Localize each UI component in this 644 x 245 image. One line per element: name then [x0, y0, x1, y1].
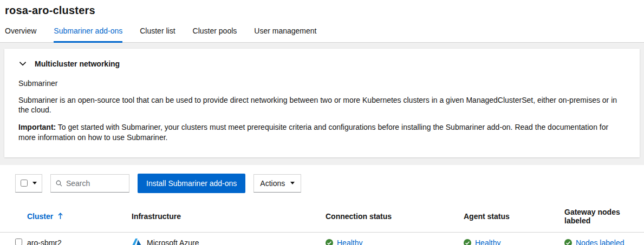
actions-label: Actions [260, 179, 285, 188]
tab-bar: Overview Submariner add-ons Cluster list… [0, 21, 644, 43]
column-header-gateway-nodes-labeled: Gateway nodes labeled [564, 201, 644, 233]
agent-status-link[interactable]: Healthy [475, 239, 500, 245]
gateway-nodes-cell: Nodes labeled [564, 239, 640, 245]
important-note: Important: To get started with Submarine… [18, 122, 626, 142]
clusters-table: Cluster Infrastructure Connection status… [0, 201, 644, 245]
tab-overview[interactable]: Overview [0, 21, 45, 42]
gateway-nodes-link[interactable]: Nodes labeled [576, 239, 625, 245]
chevron-down-icon[interactable] [18, 61, 27, 67]
tab-submariner-add-ons[interactable]: Submariner add-ons [45, 21, 131, 42]
actions-dropdown[interactable]: Actions [253, 174, 301, 193]
check-circle-icon [326, 239, 333, 245]
caret-down-icon [290, 182, 295, 184]
check-circle-icon [564, 239, 572, 245]
column-header-infrastructure: Infrastructure [132, 201, 326, 233]
table-toolbar: Install Submariner add-ons Actions [0, 165, 644, 201]
table-header-row: Cluster Infrastructure Connection status… [0, 201, 644, 233]
tab-cluster-list[interactable]: Cluster list [131, 21, 184, 42]
table-row: aro-sbmr2 Microsoft Azure Healthy [0, 232, 644, 245]
column-label: Cluster [27, 212, 53, 221]
section-title: Multicluster networking [35, 59, 120, 68]
important-text: To get started with Submariner, your clu… [18, 123, 608, 141]
important-label: Important: [18, 123, 56, 131]
install-submariner-add-ons-button[interactable]: Install Submariner add-ons [138, 174, 245, 193]
select-all-checkbox[interactable] [21, 180, 28, 187]
multicluster-networking-card: Multicluster networking Submariner Subma… [4, 49, 640, 157]
submariner-description: Submariner is an open-source tool that c… [18, 95, 626, 115]
bulk-select-dropdown[interactable] [15, 174, 42, 193]
connection-status-link[interactable]: Healthy [337, 239, 362, 245]
page-title: rosa-aro-clusters [0, 0, 644, 21]
column-header-agent-status: Agent status [464, 201, 564, 233]
check-circle-icon [464, 239, 471, 245]
connection-status-cell: Healthy [326, 239, 459, 245]
cluster-name: aro-sbmr2 [27, 232, 132, 245]
tab-cluster-pools[interactable]: Cluster pools [184, 21, 246, 42]
search-input[interactable] [66, 179, 124, 188]
tab-user-management[interactable]: User management [245, 21, 325, 42]
submariner-heading: Submariner [18, 79, 626, 88]
infrastructure-cell: Microsoft Azure [132, 239, 321, 245]
agent-status-cell: Healthy [464, 239, 560, 245]
column-header-cluster[interactable]: Cluster [27, 212, 63, 221]
sort-ascending-icon [58, 213, 63, 220]
card-header: Multicluster networking [18, 59, 626, 68]
column-header-connection-status: Connection status [326, 201, 464, 233]
header-checkbox-cell [0, 201, 27, 233]
infrastructure-label: Microsoft Azure [147, 239, 199, 245]
content-area: Multicluster networking Submariner Subma… [0, 43, 644, 245]
submariner-table-panel: Install Submariner add-ons Actions Clust [0, 165, 644, 245]
search-box[interactable] [50, 174, 129, 193]
search-icon [56, 180, 62, 187]
row-checkbox[interactable] [15, 239, 22, 245]
azure-icon [132, 239, 142, 245]
caret-down-icon [32, 182, 37, 184]
page: rosa-aro-clusters Overview Submariner ad… [0, 0, 644, 245]
page-header: rosa-aro-clusters Overview Submariner ad… [0, 0, 644, 43]
